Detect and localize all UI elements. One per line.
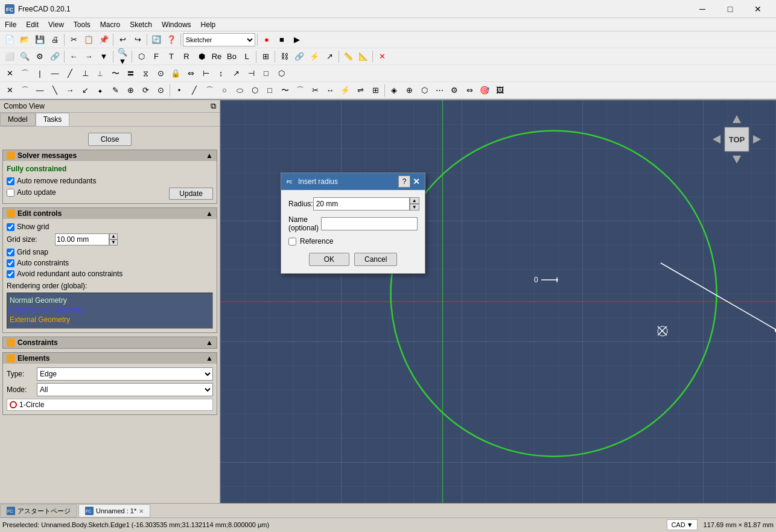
name-input[interactable] (321, 217, 418, 230)
spline-btn[interactable]: 〜 (278, 83, 292, 98)
radius-up[interactable]: ▲ (410, 197, 419, 204)
line-btn[interactable]: ╱ (187, 83, 202, 98)
section-elements-header[interactable]: Elements ▲ (3, 353, 217, 364)
top-view-button[interactable]: T (164, 49, 179, 64)
cancel-button[interactable]: Cancel (354, 253, 397, 266)
sk-btn-11[interactable]: ⊙ (153, 66, 168, 81)
whats-this-button[interactable]: ❓ (164, 33, 179, 47)
sk-btn-2[interactable]: ⌒ (17, 66, 32, 81)
fit-selection-button[interactable]: 🔍 (17, 49, 32, 64)
sk-btn-13[interactable]: ⇔ (183, 66, 198, 81)
macro-stop-button[interactable]: ■ (275, 33, 289, 47)
zoom-dropdown-button[interactable]: 🔍▼ (115, 49, 130, 64)
menu-macro[interactable]: Macro (95, 18, 125, 31)
sk-btn-15[interactable]: ↕ (214, 66, 228, 81)
link-group-button[interactable]: ⛓ (277, 49, 291, 64)
menu-file[interactable]: File (0, 18, 21, 31)
arc-btn[interactable]: ⌒ (202, 83, 217, 98)
paste-button[interactable]: 📌 (97, 33, 111, 47)
measure-toggle-button[interactable]: 📐 (356, 49, 371, 64)
dialog-help-button[interactable]: ? (398, 176, 410, 188)
menu-sketch[interactable]: Sketch (125, 18, 157, 31)
sk-btn-16[interactable]: ↗ (229, 66, 243, 81)
rear-view-button[interactable]: Re (209, 49, 224, 64)
point-btn[interactable]: • (172, 83, 186, 98)
macro-record-button[interactable]: ● (259, 33, 274, 47)
ext-btn[interactable]: ⚙ (447, 83, 462, 98)
fit-all-button[interactable]: ⬜ (2, 49, 17, 64)
geo-btn-1[interactable]: ✕ (2, 83, 17, 98)
close-button[interactable]: ✕ (745, 0, 771, 18)
split-btn[interactable]: ⚡ (338, 83, 352, 98)
geo-btn-5[interactable]: → (63, 83, 77, 98)
sk-btn-6[interactable]: ⊥ (78, 66, 92, 81)
sk-btn-12[interactable]: 🔒 (168, 66, 183, 81)
circle-btn[interactable]: ○ (217, 83, 232, 98)
copy-button[interactable]: 📋 (81, 33, 96, 47)
workbench-select[interactable]: Sketcher (183, 33, 255, 46)
constr-btn[interactable]: ◈ (387, 83, 401, 98)
cut-button[interactable]: ✂ (66, 33, 81, 47)
close-view-button[interactable]: ✕ (375, 49, 389, 64)
sync-view-button[interactable]: 🔗 (48, 49, 62, 64)
avoid-redundant-checkbox[interactable] (7, 270, 14, 278)
minimize-button[interactable]: ─ (689, 0, 716, 18)
link-select-button[interactable]: ↗ (322, 49, 337, 64)
auto-constraints-checkbox[interactable] (7, 259, 14, 267)
section-edit-header[interactable]: Edit controls ▲ (3, 208, 217, 219)
array-btn[interactable]: ⊞ (368, 83, 383, 98)
ok-button[interactable]: OK (309, 253, 349, 266)
radius-down[interactable]: ▼ (410, 204, 419, 211)
open-button[interactable]: 📂 (17, 33, 32, 47)
sk-btn-5[interactable]: ╱ (63, 66, 77, 81)
section-solver-header[interactable]: Solver messages ▲ (3, 150, 217, 161)
view-dropdown-button[interactable]: ▼ (97, 49, 111, 64)
grid-snap-checkbox[interactable] (7, 249, 14, 256)
cad-indicator[interactable]: CAD ▼ (667, 519, 697, 530)
right-view-button[interactable]: R (179, 49, 194, 64)
tab-model[interactable]: Model (0, 113, 36, 126)
sk-btn-14[interactable]: ⊢ (199, 66, 213, 81)
left-view-button[interactable]: L (240, 49, 254, 64)
sk-btn-3[interactable]: | (33, 66, 47, 81)
menu-view[interactable]: View (43, 18, 69, 31)
extend-btn[interactable]: ↔ (323, 83, 337, 98)
menu-tools[interactable]: Tools (69, 18, 95, 31)
undo-button[interactable]: ↩ (115, 33, 130, 47)
forward-button[interactable]: → (81, 49, 96, 64)
back-button[interactable]: ← (66, 49, 81, 64)
save-button[interactable]: 💾 (33, 33, 47, 47)
geo-btn-8[interactable]: ✎ (108, 83, 122, 98)
auto-remove-checkbox[interactable] (7, 177, 14, 185)
sk-btn-8[interactable]: 〜 (108, 66, 122, 81)
geo-btn-7[interactable]: ⬥ (93, 83, 107, 98)
bottom-view-button[interactable]: Bo (224, 49, 239, 64)
section-solver-collapse[interactable]: ▲ (206, 151, 213, 160)
type-select[interactable]: Edge (37, 367, 213, 381)
sym-btn[interactable]: ⇔ (462, 83, 477, 98)
std-view-button[interactable]: ⬡ (134, 49, 148, 64)
front-view-button[interactable]: F (149, 49, 164, 64)
redo-button[interactable]: ↪ (130, 33, 145, 47)
sk-btn-10[interactable]: ⧖ (138, 66, 153, 81)
iso-view-button[interactable]: ⬢ (194, 49, 209, 64)
trim-btn[interactable]: ✂ (308, 83, 322, 98)
section-constraints-header[interactable]: Constraints ▲ (3, 337, 217, 348)
maximize-button[interactable]: □ (717, 0, 743, 18)
grid-size-down[interactable]: ▼ (109, 239, 118, 245)
menu-help[interactable]: Help (196, 18, 221, 31)
macro-play-button[interactable]: ▶ (290, 33, 304, 47)
ellipse-btn[interactable]: ⬭ (232, 83, 247, 98)
tab-startpage[interactable]: FC アスタートページ (0, 504, 77, 518)
geo-btn-4[interactable]: ╲ (48, 83, 62, 98)
sk-btn-7[interactable]: ⟂ (93, 66, 107, 81)
section-edit-collapse[interactable]: ▲ (206, 209, 213, 218)
tab-unnamed-close[interactable]: ✕ (139, 508, 144, 515)
menu-edit[interactable]: Edit (21, 18, 43, 31)
geo-btn-3[interactable]: — (33, 83, 47, 98)
constr2-btn[interactable]: ⊕ (402, 83, 416, 98)
tab-unnamed[interactable]: FC Unnamed : 1* ✕ (78, 504, 150, 518)
sk-btn-18[interactable]: □ (259, 66, 273, 81)
measure-button[interactable]: 📏 (341, 49, 355, 64)
grid-size-up[interactable]: ▲ (109, 233, 118, 239)
